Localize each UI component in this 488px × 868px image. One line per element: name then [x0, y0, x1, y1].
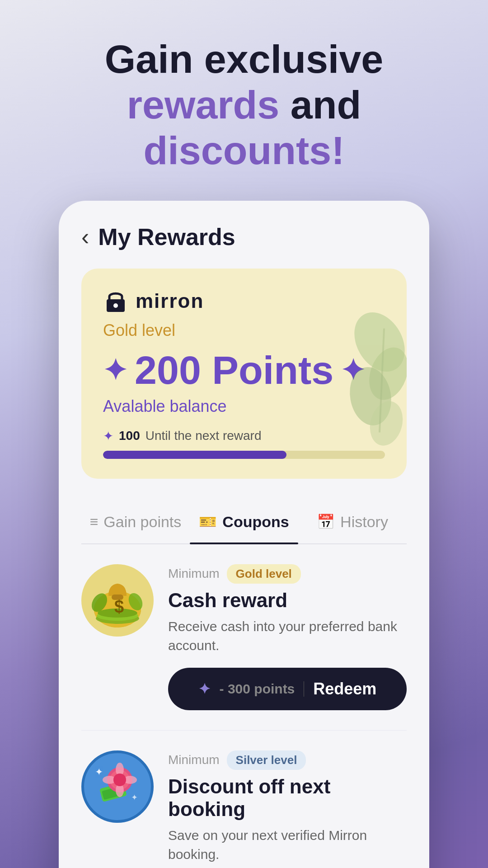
coupon-cash-reward: $ Minimum Gold level Cash reward Receive… — [81, 564, 407, 731]
cash-minimum-label: Minimum — [168, 566, 220, 581]
points-value: 200 Points — [135, 347, 333, 393]
discount-minimum-row: Minimum Silver level — [168, 750, 407, 770]
discount-minimum-label: Minimum — [168, 753, 220, 767]
discount-booking-desc: Save on your next verified Mirron bookin… — [168, 826, 407, 864]
tab-coupons[interactable]: 🎫 Coupons — [190, 500, 298, 543]
next-reward-sparkle: ✦ — [103, 429, 113, 443]
svg-point-6 — [113, 303, 118, 308]
gain-points-icon: ≡ — [90, 514, 99, 530]
discount-svg: ✦ ✦ — [86, 755, 149, 818]
cash-minimum-row: Minimum Gold level — [168, 564, 407, 584]
leaves-decoration — [316, 269, 407, 479]
coupon-discount-booking: ✦ ✦ Minimum Silver level Discount off ne… — [81, 750, 407, 868]
discount-booking-body: Minimum Silver level Discount off next b… — [168, 750, 407, 868]
history-icon: 📅 — [317, 513, 335, 530]
tabs-bar: ≡ Gain points 🎫 Coupons 📅 History — [81, 500, 407, 544]
points-card: mirron Gold level ✦ 200 Points ✦ Avalabl… — [81, 269, 407, 479]
cash-redeem-label: Redeem — [313, 679, 376, 698]
money-bag-svg: $ — [88, 571, 147, 630]
cash-redeem-button[interactable]: ✦ - 300 points Redeem — [168, 668, 407, 710]
discount-level-badge: Silver level — [227, 750, 306, 770]
tab-history[interactable]: 📅 History — [298, 500, 407, 543]
hero-section: Gain exclusive rewards and discounts! — [0, 0, 488, 192]
tab-gain-points[interactable]: ≡ Gain points — [81, 500, 190, 543]
progress-fill — [103, 451, 286, 459]
cash-reward-icon: $ — [81, 564, 154, 637]
page-title: My Rewards — [98, 223, 235, 250]
next-reward-text: Until the next reward — [145, 429, 262, 443]
svg-text:$: $ — [114, 597, 124, 616]
cash-points-cost: - 300 points — [220, 681, 305, 697]
discount-booking-icon: ✦ ✦ — [81, 750, 154, 823]
sparkle-left: ✦ — [103, 354, 127, 387]
redeem-sparkle-icon: ✦ — [198, 680, 211, 698]
svg-text:✦: ✦ — [95, 766, 103, 778]
tab-history-label: History — [340, 513, 388, 531]
next-reward-number: 100 — [119, 429, 140, 443]
cash-reward-name: Cash reward — [168, 589, 407, 612]
tab-gain-label: Gain points — [103, 513, 181, 531]
brand-logo-icon — [103, 288, 128, 314]
cash-reward-body: Minimum Gold level Cash reward Receive c… — [168, 564, 407, 710]
back-button[interactable]: ‹ — [81, 225, 89, 249]
page-header: ‹ My Rewards — [81, 223, 407, 250]
phone-card: ‹ My Rewards mirron Gold level ✦ 200 Poi… — [59, 201, 429, 868]
svg-text:✦: ✦ — [131, 793, 138, 802]
tab-coupons-label: Coupons — [222, 513, 289, 531]
svg-point-25 — [113, 774, 126, 786]
discount-booking-name: Discount off next booking — [168, 775, 407, 821]
cash-level-badge: Gold level — [227, 564, 301, 584]
brand-name: mirron — [136, 290, 204, 312]
hero-title: Gain exclusive rewards and discounts! — [27, 36, 461, 174]
coupons-icon: 🎫 — [199, 513, 217, 530]
cash-reward-desc: Receive cash into your preferred bank ac… — [168, 617, 407, 655]
